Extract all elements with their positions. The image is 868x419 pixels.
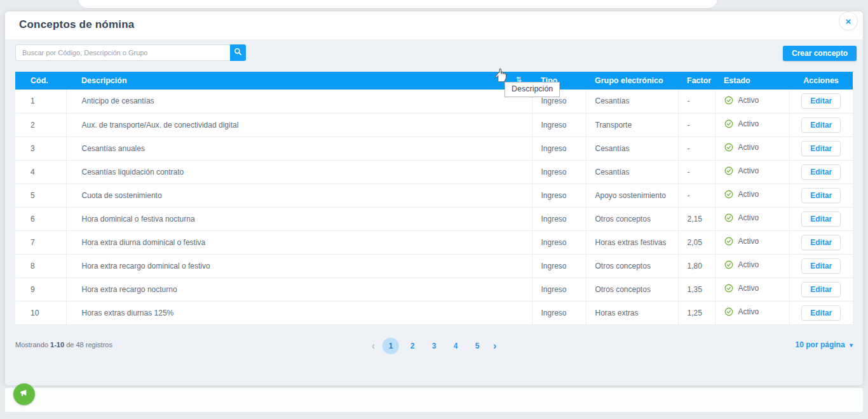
cell-acciones: Editar	[789, 254, 853, 277]
cell-acciones: Editar	[789, 90, 853, 113]
records-total: 48	[76, 341, 83, 349]
cell-estado: Activo	[715, 254, 789, 277]
active-check-icon	[724, 166, 733, 177]
cell-factor: 2,15	[678, 207, 715, 230]
edit-button[interactable]: Editar	[801, 282, 841, 297]
cell-acciones: Editar	[789, 113, 853, 136]
table-row: 10Horas extras diurnas 125%IngresoHoras …	[15, 301, 853, 324]
cell-descripcion: Anticipo de cesantías	[66, 90, 532, 113]
cell-estado: Activo	[715, 207, 789, 230]
cell-tipo: Ingreso	[532, 230, 586, 254]
prev-page-icon[interactable]: ‹	[369, 338, 377, 354]
cell-grupo-electronico: Otros conceptos	[586, 277, 678, 301]
edit-button[interactable]: Editar	[801, 117, 841, 133]
cell-acciones: Editar	[789, 277, 853, 301]
cell-tipo: Ingreso	[532, 254, 586, 277]
page-button-4[interactable]: 4	[447, 338, 464, 354]
cell-factor: -	[678, 113, 715, 136]
cell-acciones: Editar	[789, 230, 853, 254]
cell-tipo: Ingreso	[532, 160, 586, 183]
table-body: 1Anticipo de cesantíasIngresoCesantías-A…	[15, 90, 853, 324]
status-label: Activo	[738, 307, 759, 316]
megaphone-icon	[19, 389, 29, 401]
cell-acciones: Editar	[789, 301, 853, 324]
edit-button[interactable]: Editar	[801, 211, 841, 227]
cell-descripcion: Hora extra recargo nocturno	[66, 277, 532, 301]
cell-descripcion: Cesantías anuales	[66, 136, 532, 160]
cell-descripcion: Hora extra diurna dominical o festiva	[66, 230, 532, 254]
search-input[interactable]	[15, 44, 230, 61]
close-icon: ×	[846, 16, 851, 27]
search-icon	[234, 48, 242, 58]
cell-estado: Activo	[715, 113, 789, 136]
cell-cod: 9	[15, 277, 66, 301]
cell-cod: 6	[15, 207, 66, 230]
close-button[interactable]: ×	[839, 11, 858, 30]
modal-header: Conceptos de nómina ×	[5, 11, 863, 39]
header-estado[interactable]: Estado	[715, 72, 789, 90]
cell-factor: 1,25	[678, 301, 715, 324]
table-row: 9Hora extra recargo nocturnoIngresoOtros…	[15, 277, 853, 301]
search-button[interactable]	[230, 44, 246, 61]
edit-button[interactable]: Editar	[801, 141, 841, 156]
cell-factor: -	[678, 136, 715, 160]
active-check-icon	[724, 284, 733, 295]
active-check-icon	[724, 260, 733, 271]
cell-estado: Activo	[715, 183, 789, 207]
cell-tipo: Ingreso	[532, 207, 586, 230]
cell-grupo-electronico: Transporte	[586, 113, 678, 136]
records-summary: Mostrando 1-10 de 48 registros	[15, 341, 112, 349]
cell-descripcion: Cesantías liquidación contrato	[66, 160, 532, 183]
cell-estado: Activo	[715, 136, 789, 160]
edit-button[interactable]: Editar	[801, 93, 841, 109]
status-label: Activo	[738, 143, 759, 152]
cell-cod: 3	[15, 136, 66, 160]
table-header-row: Cód. Descripción ⇅ Tipo Grupo electrónic…	[15, 72, 853, 90]
edit-button[interactable]: Editar	[801, 258, 841, 274]
cell-estado: Activo	[715, 160, 789, 183]
status-label: Activo	[738, 237, 759, 246]
table-row: 8Hora extra recargo dominical o festivoI…	[15, 254, 853, 277]
table-row: 4Cesantías liquidación contratoIngresoCe…	[15, 160, 853, 183]
active-check-icon	[724, 96, 733, 107]
cell-grupo-electronico: Horas extras	[586, 301, 678, 324]
header-descripcion[interactable]: Descripción ⇅	[66, 72, 532, 90]
cell-factor: -	[678, 183, 715, 207]
edit-button[interactable]: Editar	[801, 188, 841, 203]
edit-button[interactable]: Editar	[801, 305, 841, 321]
cell-tipo: Ingreso	[532, 183, 586, 207]
cell-grupo-electronico: Cesantías	[586, 136, 678, 160]
page-title: Conceptos de nómina	[19, 18, 134, 31]
page-button-5[interactable]: 5	[469, 338, 485, 354]
cell-estado: Activo	[715, 301, 789, 324]
page-button-3[interactable]: 3	[426, 338, 442, 354]
cell-factor: -	[678, 90, 715, 113]
concepts-table: Cód. Descripción ⇅ Tipo Grupo electrónic…	[15, 72, 853, 325]
cell-descripcion: Horas extras diurnas 125%	[66, 301, 532, 324]
top-cutoff-bar	[78, 0, 718, 9]
edit-button[interactable]: Editar	[801, 164, 841, 180]
cell-cod: 1	[15, 90, 66, 113]
per-page-selector[interactable]: 10 por página ▾	[796, 340, 853, 349]
header-factor[interactable]: Factor	[678, 72, 715, 90]
header-grupo-electronico[interactable]: Grupo electrónico	[586, 72, 678, 90]
cell-tipo: Ingreso	[532, 113, 586, 136]
create-concept-button[interactable]: Crear concepto	[783, 46, 857, 61]
next-page-icon[interactable]: ›	[491, 338, 499, 354]
cell-grupo-electronico: Apoyo sostenimiento	[586, 183, 678, 207]
cell-cod: 5	[15, 183, 66, 207]
table-footer: Mostrando 1-10 de 48 registros ‹ 12345 ›…	[15, 335, 853, 357]
header-acciones: Acciones	[789, 72, 853, 90]
announcements-fab[interactable]	[13, 383, 35, 405]
active-check-icon	[724, 213, 733, 224]
page-button-2[interactable]: 2	[404, 338, 421, 354]
records-range: 1-10	[50, 341, 64, 349]
cell-estado: Activo	[715, 277, 789, 301]
page-button-1[interactable]: 1	[383, 338, 399, 354]
edit-button[interactable]: Editar	[801, 235, 841, 250]
cell-grupo-electronico: Otros conceptos	[586, 207, 678, 230]
cell-acciones: Editar	[789, 160, 853, 183]
header-cod[interactable]: Cód.	[15, 72, 66, 90]
pagination-pages: 12345	[383, 338, 485, 354]
status-label: Activo	[738, 213, 759, 222]
